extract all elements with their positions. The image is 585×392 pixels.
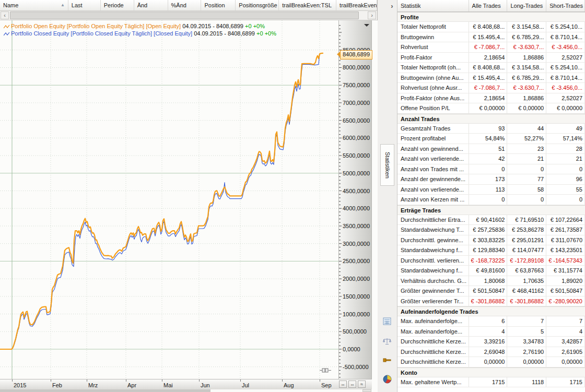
stats-row[interactable]: Anzahl von Kerzen mit ...000 (397, 195, 585, 205)
time-axis[interactable]: ↔↔≈ 2015FebMrzAprMaiJunJulAugSep (0, 379, 372, 389)
stats-row[interactable]: Rohverlust (ohne Ausr...€ -7.086,7...€ -… (397, 83, 585, 93)
watchlist-column-last[interactable]: Last (68, 0, 101, 10)
legend-entry: Portfolio Open Equity [Portfolio Open Eq… (4, 22, 276, 30)
x-axis-tick (162, 379, 162, 382)
stats-row[interactable]: Bruttogewinn (ohne Au...€ 15.495,4...€ 6… (397, 73, 585, 84)
scroll-right-icon[interactable]: › (368, 11, 376, 19)
statistics-panel: › Statistiken StatistikAlle TradesLong-T… (378, 0, 585, 392)
equity-chart[interactable]: -500,00000,0000500,00001000,00001500,000… (0, 20, 378, 392)
pan-handle-icon[interactable] (320, 367, 331, 374)
stats-row[interactable]: Durchschnittliche Kerze...3,392163,34783… (397, 337, 585, 347)
stats-value: 5 (507, 327, 546, 337)
scrollbar-thumb[interactable] (10, 11, 359, 19)
stats-row[interactable]: Profit-Faktor (ohne Aus...2,186541,86886… (397, 93, 585, 104)
stats-column-short-trades[interactable]: Short-Trades (546, 0, 585, 11)
stats-value: € 63,87663 (507, 266, 546, 276)
stats-value: 1715 (469, 377, 508, 387)
stats-value: € 15.495,4... (469, 73, 508, 83)
chart-horizontal-scrollbar[interactable] (0, 389, 372, 392)
fit-curve-icon[interactable]: ≈ (358, 381, 366, 388)
stats-row-label: Max. aufeinanderfolge... (397, 327, 469, 337)
axis-menu-icon[interactable] (364, 24, 369, 27)
chart-pane: Name▲LastPeriodeÄnd%ÄndPositionPositions… (0, 0, 378, 392)
scroll-left-icon[interactable]: ‹ (1, 11, 9, 19)
stats-value: € 8.710,14... (546, 32, 585, 42)
stats-value: € 501,50847 (469, 286, 508, 296)
tab-statistiken[interactable]: Statistiken (380, 144, 394, 186)
y-axis-label: 3000,0000 (343, 241, 370, 247)
stats-column-statistik[interactable]: Statistik (397, 0, 469, 11)
stats-value: € 0,00000 (507, 103, 546, 113)
fit-width-icon[interactable]: ↔ (348, 381, 356, 388)
stats-row[interactable]: Durchschnittliche Kerze...2,690482,76190… (397, 347, 585, 358)
pie-chart-icon[interactable] (383, 375, 392, 385)
stats-row[interactable]: Durchschnittl. verlieren...€ -168,73225€… (397, 256, 585, 266)
stats-row[interactable]: Verhältnis durchschn. G...1,800681,70635… (397, 276, 585, 287)
stats-row[interactable]: Standardabweichung f...€ 129,88340€ 114,… (397, 245, 585, 256)
stats-row[interactable]: Standardabweichung f...€ 49,81600€ 63,87… (397, 266, 585, 276)
stats-value: 0 (507, 164, 546, 174)
watchlist-column-position[interactable]: Position (201, 0, 236, 10)
stats-row[interactable]: Offene Position P/L€ 0,00000€ 0,00000€ 0… (397, 103, 585, 114)
statistics-tabstrip: › Statistiken (378, 0, 397, 392)
legend-entry: Portfolio Closed Equity [Portfolio Close… (4, 30, 276, 37)
watchlist-column-periode[interactable]: Periode (101, 0, 134, 10)
watchlist-column-trailbreakeven-tss[interactable]: trailBreakEven:TSS (336, 0, 377, 10)
watchlist-column--nd[interactable]: Änd (134, 0, 168, 10)
scrollbar-thumb[interactable] (0, 389, 210, 392)
stats-row[interactable]: Prozent profitabel54,84%52,27%57,14% (397, 134, 585, 144)
stats-row[interactable]: Max. aufeinanderfolge...454 (397, 327, 585, 337)
stats-row[interactable]: Gesamtzahl Trades934449 (397, 124, 585, 134)
y-axis-label: 1500,0000 (343, 293, 370, 300)
watchlist-horizontal-scrollbar[interactable]: ‹ › (0, 11, 377, 20)
stats-value: 93 (469, 124, 508, 134)
stats-row[interactable]: Totaler Nettoprofit€ 8.408,68...€ 3.154,… (397, 22, 585, 32)
stats-value: 0,00000 (507, 357, 546, 367)
stats-row-label: Standardabweichung f... (397, 245, 469, 255)
watchlist-column-positionsgr-e[interactable]: Positionsgröße (236, 0, 279, 10)
legend-series-name: Portfolio Closed Equity [Portfolio Close… (11, 30, 194, 37)
stats-column-alle-trades[interactable]: Alle Trades (469, 0, 508, 11)
stats-value: 4 (546, 327, 585, 337)
stats-row[interactable]: Anzahl von Trades mit ...000 (397, 164, 585, 175)
stats-row[interactable]: Anzahl von verlierende...422121 (397, 154, 585, 164)
stats-value: € -7.086,7... (469, 42, 508, 52)
stats-row[interactable]: Größter gewinnender T...€ 501,50847€ 468… (397, 286, 585, 296)
watchlist-column--nd[interactable]: %Änd (168, 0, 202, 10)
stats-row[interactable]: Standardabweichung T...€ 257,25836€ 253,… (397, 225, 585, 235)
x-axis-label: Aug (284, 382, 294, 388)
stats-row[interactable]: Max. gehaltene Wertp...171511181715 (397, 377, 585, 388)
scales-icon[interactable] (383, 337, 391, 347)
watchlist-column-trailbreakeven-tsl[interactable]: trailBreakEven:TSL (279, 0, 336, 10)
stats-row[interactable]: Rohverlust€ -7.086,7...€ -3.630,7...€ -3… (397, 42, 585, 53)
stats-row[interactable]: Profit-Faktor2,186541,868862,52027 (397, 53, 585, 63)
watchlist-header: Name▲LastPeriodeÄnd%ÄndPositionPositions… (0, 0, 377, 11)
expand-panel-icon[interactable]: › (388, 3, 396, 10)
stats-row-label: Anzahl von Trades mit ... (397, 164, 469, 174)
stats-value: 23 (507, 144, 546, 154)
chart-plot[interactable]: -500,00000,0000500,00001000,00001500,000… (0, 20, 372, 379)
x-axis-tick (320, 379, 320, 382)
y-axis-label: 3500,0000 (343, 223, 370, 229)
stats-row[interactable]: Durchschnittliche Kerze...0,000000,00000… (397, 357, 585, 367)
y-axis-label: 2500,0000 (343, 258, 370, 264)
stats-row-label: Bruttogewinn (ohne Au... (397, 73, 469, 83)
stats-row[interactable]: Durchschnittl. gewinne...€ 303,83225€ 29… (397, 235, 585, 246)
y-axis-label: 7000,0000 (343, 100, 370, 106)
gavel-icon[interactable] (383, 356, 391, 365)
statistics-table-icon[interactable] (383, 317, 391, 327)
zoom-horizontal-icon[interactable]: ↔ (339, 381, 347, 388)
x-axis-label: Mai (163, 382, 173, 388)
stats-row[interactable]: Max. aufeinanderfolge...677 (397, 316, 585, 327)
stats-row[interactable]: Bruttogewinn€ 15.495,4...€ 6.785,29...€ … (397, 32, 585, 43)
stats-row[interactable]: Anzahl von verlierende...1135855 (397, 185, 585, 195)
stats-row[interactable]: Anzahl von gewinnend...512328 (397, 144, 585, 155)
stats-row[interactable]: Anzahl der gewinnende...1737796 (397, 174, 585, 185)
watchlist-column-name[interactable]: Name▲ (0, 0, 68, 10)
y-axis-label: 7500,0000 (343, 82, 370, 88)
stats-column-long-trades[interactable]: Long-Trades (507, 0, 546, 11)
stats-row[interactable]: Totaler Nettoprofit (oh...€ 8.408,68...€… (397, 63, 585, 73)
stats-row[interactable]: Größter verlierender Tr...€ -301,86882€ … (397, 296, 585, 307)
stats-row[interactable]: Durchschnittlicher Ertra...€ 90,41602€ 7… (397, 215, 585, 225)
stats-row-label: Anzahl von gewinnend... (397, 144, 469, 154)
